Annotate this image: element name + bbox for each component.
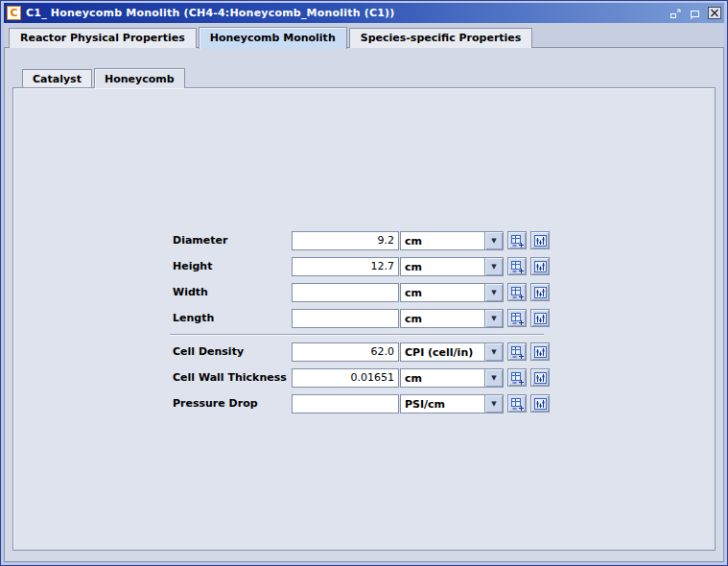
dropdown-arrow-icon[interactable]: ▼ <box>484 258 503 275</box>
table-plus-minus-icon <box>510 397 525 411</box>
parameter-study-button[interactable] <box>507 257 527 275</box>
field-label: Cell Density <box>173 345 292 358</box>
table-sliders-icon <box>533 312 548 325</box>
height-unit-select[interactable]: cm ▼ <box>400 257 504 276</box>
maximize-icon <box>689 8 701 19</box>
parameter-study-button[interactable] <box>507 342 527 361</box>
tab-honeycomb-monolith[interactable]: Honeycomb Monolith <box>199 27 347 49</box>
dropdown-arrow-icon[interactable]: ▼ <box>484 232 503 249</box>
length-unit-select[interactable]: cm ▼ <box>400 309 504 328</box>
profile-button[interactable] <box>530 342 550 361</box>
cell-density-unit-select[interactable]: CPI (cell/in) ▼ <box>400 342 504 362</box>
table-plus-minus-icon <box>510 234 525 248</box>
field-label: Height <box>173 260 292 272</box>
parameter-study-button[interactable] <box>507 283 527 301</box>
field-label: Diameter <box>173 234 292 247</box>
form-row-cell-density: Cell Density CPI (cell/in) ▼ <box>173 342 715 362</box>
form-row-diameter: Diameter cm ▼ <box>173 230 715 250</box>
table-sliders-icon <box>533 260 548 273</box>
dropdown-arrow-icon[interactable]: ▼ <box>484 343 503 361</box>
internal-frame-window: C C1_ Honeycomb Monolith (CH4-4:Honeycom… <box>0 0 728 566</box>
honeycomb-form-panel: Diameter cm ▼ <box>12 87 716 551</box>
window-controls <box>668 6 722 20</box>
table-sliders-icon <box>533 286 548 299</box>
parameter-study-button[interactable] <box>507 368 527 387</box>
form-row-height: Height cm ▼ <box>173 256 715 276</box>
table-sliders-icon <box>533 397 548 411</box>
profile-button[interactable] <box>530 283 550 301</box>
profile-button[interactable] <box>530 368 550 387</box>
unit-value: cm <box>401 258 484 275</box>
parameter-study-button[interactable] <box>507 309 527 327</box>
unit-value: cm <box>401 284 484 301</box>
parameter-study-button[interactable] <box>507 231 527 249</box>
profile-button[interactable] <box>530 231 550 249</box>
window-title: C1_ Honeycomb Monolith (CH4-4:Honeycomb_… <box>26 7 668 19</box>
profile-button[interactable] <box>530 394 550 413</box>
table-plus-minus-icon <box>510 345 525 359</box>
field-label: Width <box>173 286 292 298</box>
table-sliders-icon <box>533 234 548 248</box>
cell-wall-thickness-input[interactable] <box>292 368 399 388</box>
outer-tab-bar: Reactor Physical Properties Honeycomb Mo… <box>4 23 724 48</box>
cell-wall-thickness-unit-select[interactable]: cm ▼ <box>400 368 504 388</box>
tab-catalyst[interactable]: Catalyst <box>22 69 92 87</box>
unit-value: cm <box>401 310 484 327</box>
unit-value: CPI (cell/in) <box>401 343 484 361</box>
close-icon <box>708 7 721 19</box>
parameter-study-button[interactable] <box>507 394 527 413</box>
tab-honeycomb[interactable]: Honeycomb <box>94 68 185 88</box>
honeycomb-monolith-pane: Catalyst Honeycomb Diameter cm ▼ <box>4 48 724 562</box>
dropdown-arrow-icon[interactable]: ▼ <box>484 395 503 413</box>
height-input[interactable] <box>292 257 399 276</box>
table-plus-minus-icon <box>510 312 525 325</box>
close-button[interactable] <box>706 6 722 20</box>
unit-value: cm <box>401 232 484 249</box>
form-separator <box>170 334 544 336</box>
diameter-input[interactable] <box>292 231 399 250</box>
dropdown-arrow-icon[interactable]: ▼ <box>484 284 503 301</box>
minimize-button[interactable] <box>668 6 684 20</box>
pressure-drop-input[interactable] <box>292 394 399 413</box>
table-plus-minus-icon <box>510 286 525 299</box>
form-row-length: Length cm ▼ <box>173 308 715 328</box>
table-plus-minus-icon <box>510 260 525 273</box>
app-icon: C <box>7 6 21 20</box>
inner-tab-bar: Catalyst Honeycomb <box>12 67 716 87</box>
form-row-cell-wall-thickness: Cell Wall Thickness cm ▼ <box>173 367 715 388</box>
tab-reactor-physical-properties[interactable]: Reactor Physical Properties <box>9 28 197 48</box>
width-input[interactable] <box>292 283 399 302</box>
table-plus-minus-icon <box>510 371 525 385</box>
unit-value: PSI/cm <box>401 395 484 413</box>
tab-species-specific-properties[interactable]: Species-specific Properties <box>349 28 533 48</box>
unit-value: cm <box>401 369 484 387</box>
pressure-drop-unit-select[interactable]: PSI/cm ▼ <box>400 394 504 413</box>
form-row-width: Width cm ▼ <box>173 282 715 302</box>
profile-button[interactable] <box>530 257 550 275</box>
field-label: Length <box>173 312 292 324</box>
profile-button[interactable] <box>530 309 550 327</box>
diameter-unit-select[interactable]: cm ▼ <box>400 231 504 250</box>
field-label: Cell Wall Thickness <box>173 371 292 384</box>
cell-density-input[interactable] <box>292 342 399 362</box>
titlebar[interactable]: C C1_ Honeycomb Monolith (CH4-4:Honeycom… <box>4 3 724 23</box>
length-input[interactable] <box>292 309 399 328</box>
dropdown-arrow-icon[interactable]: ▼ <box>484 310 503 327</box>
table-sliders-icon <box>533 371 548 385</box>
width-unit-select[interactable]: cm ▼ <box>400 283 504 302</box>
minimize-icon <box>669 8 682 19</box>
table-sliders-icon <box>533 345 548 359</box>
dropdown-arrow-icon[interactable]: ▼ <box>484 369 503 387</box>
maximize-button[interactable] <box>687 6 703 20</box>
form-row-pressure-drop: Pressure Drop PSI/cm ▼ <box>173 393 715 413</box>
field-label: Pressure Drop <box>173 397 292 410</box>
